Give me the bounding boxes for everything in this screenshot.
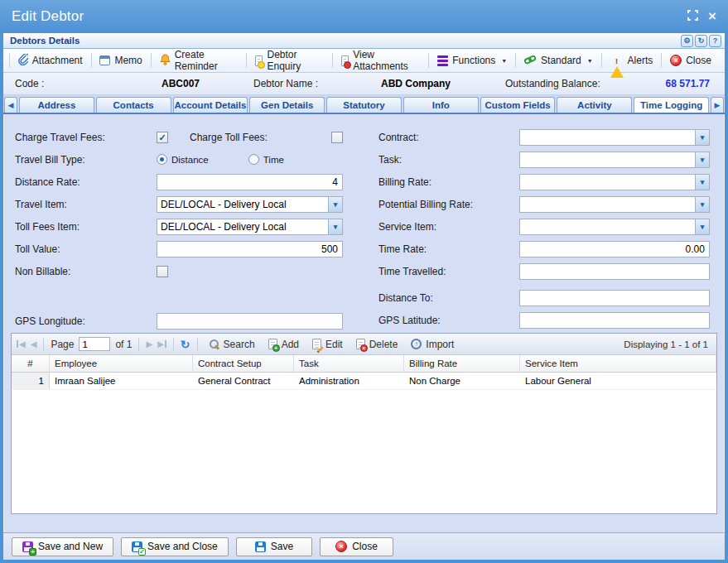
gps-longitude-input[interactable] <box>157 313 343 330</box>
charge-travel-fees-checkbox[interactable]: ✓ <box>157 132 168 143</box>
service-item-label: Service Item: <box>378 221 519 233</box>
time-rate-input[interactable] <box>519 241 710 257</box>
help-icon[interactable]: ? <box>709 35 721 47</box>
chevron-down-icon[interactable]: ▾ <box>328 219 342 234</box>
distance-to-input[interactable] <box>519 290 710 306</box>
charge-toll-fees-checkbox[interactable]: ✓ <box>331 132 343 143</box>
toolbar-separator <box>428 53 429 68</box>
delete-button[interactable]: × Delete <box>352 339 403 350</box>
travel-item-select[interactable]: DEL/LOCAL - Delivery Local ▾ <box>157 196 343 213</box>
non-billable-checkbox[interactable]: ✓ <box>157 266 168 277</box>
chevron-down-icon[interactable]: ▾ <box>695 175 709 190</box>
window-title: Edit Debtor <box>12 8 84 25</box>
save-button[interactable]: Save <box>236 537 312 556</box>
chevron-down-icon[interactable]: ▾ <box>695 219 709 234</box>
table-row[interactable]: 1 Imraan Salijee General Contract Admini… <box>12 373 716 390</box>
save-and-new-button[interactable]: + Save and New <box>12 537 113 556</box>
potential-billing-rate-select[interactable]: ▾ <box>519 196 710 213</box>
gps-latitude-input[interactable] <box>519 312 710 329</box>
toll-fees-item-select[interactable]: DEL/LOCAL - Delivery Local ▾ <box>157 219 343 235</box>
view-attachments-label: View Attachments <box>353 49 420 72</box>
column-header-employee[interactable]: Employee <box>50 355 193 372</box>
main-toolbar: Attachment Memo Create Reminder Debtor E… <box>3 49 725 73</box>
billing-rate-select[interactable]: ▾ <box>519 174 710 190</box>
column-header-task[interactable]: Task <box>294 355 404 372</box>
title-bar: Edit Debtor × <box>0 0 728 33</box>
time-radio[interactable] <box>248 154 259 165</box>
create-reminder-button[interactable]: Create Reminder <box>154 46 243 75</box>
save-label: Save <box>271 541 293 552</box>
tab-gen-details[interactable]: Gen Details <box>249 97 325 113</box>
column-header-service-item[interactable]: Service Item <box>520 355 716 372</box>
search-button[interactable]: Search <box>205 339 259 350</box>
import-button[interactable]: ↑ Import <box>407 339 458 350</box>
toll-value-label: Toll Value: <box>15 243 157 255</box>
tab-activity[interactable]: Activity <box>557 97 632 113</box>
gps-latitude-label: GPS Latitude: <box>378 315 519 326</box>
tab-info[interactable]: Info <box>403 97 479 113</box>
functions-label: Functions <box>452 55 495 66</box>
footer-close-button[interactable]: × Close <box>320 537 393 556</box>
tab-scroll-left-icon[interactable]: ◀ <box>4 97 17 113</box>
enquiry-badge-icon <box>258 61 265 69</box>
debtor-enquiry-label: Debtor Enquiry <box>267 49 323 72</box>
standard-button[interactable]: Standard ▼ <box>518 52 599 69</box>
travel-item-value: DEL/LOCAL - Delivery Local <box>157 199 328 210</box>
contract-select[interactable]: ▾ <box>519 129 710 146</box>
view-attachments-button[interactable]: View Attachments <box>335 46 427 75</box>
task-select[interactable]: ▾ <box>519 152 710 168</box>
toolbar-separator <box>332 53 333 68</box>
toolbar-separator <box>9 53 10 68</box>
non-billable-label: Non Billable: <box>15 266 157 277</box>
refresh-icon[interactable]: ↻ <box>695 35 707 47</box>
debtor-enquiry-button[interactable]: Debtor Enquiry <box>249 46 330 75</box>
distance-rate-input[interactable] <box>157 174 343 190</box>
column-header-billing-rate[interactable]: Billing Rate <box>404 355 520 372</box>
memo-button[interactable]: Memo <box>94 52 147 69</box>
toolbar-separator <box>515 53 516 68</box>
attachments-badge-icon <box>344 61 351 69</box>
next-page-icon[interactable]: ▶ <box>146 339 152 349</box>
close-icon[interactable]: × <box>708 11 716 22</box>
tab-contacts[interactable]: Contacts <box>96 97 171 113</box>
tab-time-logging[interactable]: Time Logging <box>634 97 709 113</box>
save-and-close-button[interactable]: ✓ Save and Close <box>121 537 229 556</box>
toolbar-close-button[interactable]: × Close <box>664 52 717 69</box>
maximize-icon[interactable] <box>687 9 698 24</box>
chevron-down-icon[interactable]: ▾ <box>328 197 342 212</box>
time-rate-label: Time Rate: <box>378 243 519 255</box>
close-circle-icon: × <box>670 55 682 66</box>
distance-option-label: Distance <box>171 155 209 165</box>
functions-button[interactable]: Functions ▼ <box>431 52 513 69</box>
grid-refresh-icon[interactable]: ↻ <box>181 338 190 351</box>
alerts-button[interactable]: ! Alerts <box>605 52 659 69</box>
column-header-contract-setup[interactable]: Contract Setup <box>193 355 294 372</box>
add-button[interactable]: + Add <box>264 339 303 350</box>
last-page-icon[interactable]: ▶ <box>157 339 166 349</box>
attachment-button[interactable]: Attachment <box>12 51 89 70</box>
page-input[interactable] <box>79 337 110 351</box>
first-page-icon[interactable]: ◀ <box>17 339 26 349</box>
tab-address[interactable]: Address <box>19 97 94 113</box>
distance-radio[interactable] <box>157 154 167 165</box>
tab-statutory[interactable]: Statutory <box>326 97 402 113</box>
gear-icon[interactable]: ⚙ <box>681 35 693 47</box>
service-item-cell: Labour General <box>520 373 716 389</box>
chevron-down-icon[interactable]: ▾ <box>695 130 709 145</box>
service-item-select[interactable]: ▾ <box>519 219 710 235</box>
column-header-number[interactable]: # <box>12 355 50 372</box>
delete-icon: × <box>356 339 365 349</box>
chevron-down-icon: ▼ <box>587 58 593 64</box>
chevron-down-icon[interactable]: ▾ <box>695 152 709 167</box>
toll-value-input[interactable] <box>157 241 343 257</box>
tab-account-details[interactable]: Account Details <box>173 97 248 113</box>
enquiry-page-icon <box>255 55 263 66</box>
edit-button[interactable]: Edit <box>308 339 347 350</box>
tab-scroll-right-icon[interactable]: ▶ <box>711 97 724 113</box>
previous-page-icon[interactable]: ◀ <box>31 339 37 349</box>
import-label: Import <box>426 339 454 350</box>
grid-toolbar-separator <box>138 338 139 351</box>
chevron-down-icon[interactable]: ▾ <box>695 197 709 212</box>
tab-custom-fields[interactable]: Custom Fields <box>480 97 556 113</box>
time-travelled-input[interactable] <box>519 263 710 280</box>
